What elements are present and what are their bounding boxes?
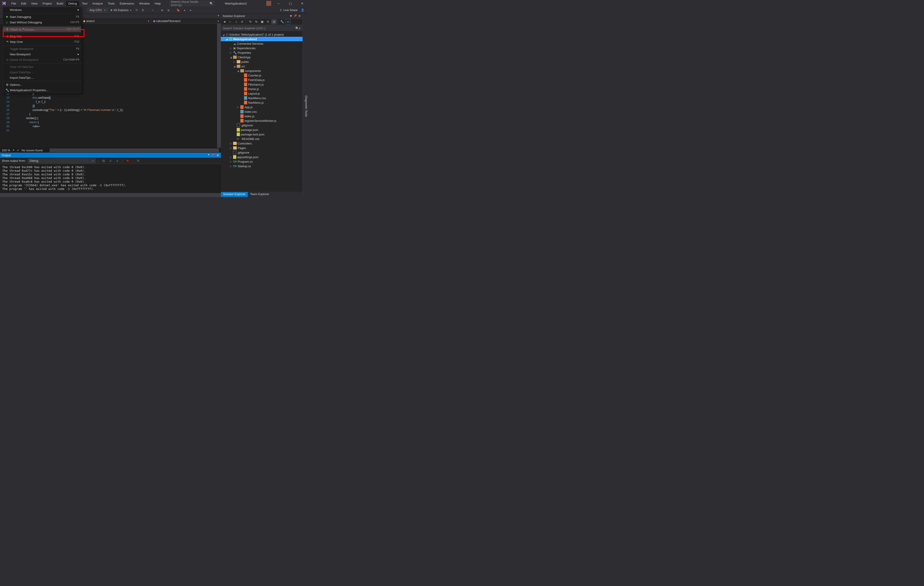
back-icon[interactable]: ◄ bbox=[222, 19, 227, 24]
solution-root[interactable]: ◢⊡ Solution 'WebApplication2' (1 of 1 pr… bbox=[221, 32, 302, 37]
tree-item[interactable]: NavMenu.js bbox=[221, 100, 302, 105]
bookmark-prev-icon[interactable]: ◂ bbox=[182, 8, 187, 13]
close-panel-icon[interactable]: ✕ bbox=[298, 14, 301, 18]
tree-item[interactable]: ▷ App.js bbox=[221, 105, 302, 109]
tree-item[interactable]: Home.js bbox=[221, 87, 302, 91]
output-dropdown-icon[interactable]: ▼ bbox=[208, 153, 210, 157]
debug-menu-item[interactable]: ⚙Options... bbox=[3, 82, 81, 87]
tree-item[interactable]: ▷▣ Dependencies bbox=[221, 46, 302, 50]
minimize-button[interactable]: ─ bbox=[274, 0, 283, 7]
menu-project[interactable]: Project bbox=[40, 1, 54, 6]
bookmark-icon[interactable]: 🔖 bbox=[176, 8, 181, 13]
close-panel-icon[interactable]: ✕ bbox=[216, 153, 219, 157]
clear-all-icon[interactable]: ✖ bbox=[125, 158, 130, 163]
menu-extensions[interactable]: Extensions bbox=[117, 1, 136, 6]
output-scrollbar-h[interactable] bbox=[0, 193, 221, 197]
preview-icon[interactable]: ▭ bbox=[285, 19, 291, 24]
menu-edit[interactable]: Edit bbox=[19, 1, 28, 6]
home-icon[interactable]: ⌂ bbox=[234, 19, 239, 24]
start-debug-button[interactable]: IIS Express▾ bbox=[109, 8, 133, 12]
tree-item[interactable]: .gitignore bbox=[221, 150, 302, 155]
toggle-ww-icon[interactable]: ↲ bbox=[108, 158, 113, 163]
live-share-button[interactable]: ⇪ Live Share 👤 bbox=[280, 8, 304, 12]
debug-menu-item[interactable]: New Breakpoint▶ bbox=[3, 51, 81, 57]
sol-dropdown-icon[interactable]: ▼ bbox=[289, 14, 292, 18]
tree-item[interactable]: ▷C# Program.cs bbox=[221, 159, 302, 164]
tab-dropdown-icon[interactable]: ▼ bbox=[216, 13, 221, 18]
collapse-icon[interactable]: ⇆ bbox=[254, 19, 259, 24]
properties-icon[interactable]: 🔧 bbox=[279, 19, 285, 24]
tree-item[interactable]: index.js bbox=[221, 114, 302, 119]
tree-item[interactable]: ◢ components bbox=[221, 69, 302, 73]
menu-build[interactable]: Build bbox=[54, 1, 66, 6]
menu-tools[interactable]: Tools bbox=[106, 1, 117, 6]
tree-item[interactable]: ▷ Pages bbox=[221, 146, 302, 150]
editor-scrollbar-v[interactable] bbox=[217, 24, 221, 148]
tree-item[interactable]: ▷ public bbox=[221, 59, 302, 64]
refresh-icon[interactable]: ↻ bbox=[134, 8, 139, 13]
debug-menu-item[interactable]: ↷Step OverF10 bbox=[3, 39, 81, 44]
tree-item[interactable]: Counter.js bbox=[221, 73, 302, 77]
editor-scrollbar-h[interactable] bbox=[50, 148, 219, 152]
debug-menu-item[interactable]: ↴Step IntoF11 bbox=[3, 34, 81, 39]
sync-icon[interactable]: ⇄ bbox=[271, 19, 277, 24]
maximize-button[interactable]: ▢ bbox=[286, 0, 295, 7]
toggle-ww2-icon[interactable]: ↲ bbox=[115, 158, 120, 163]
project-node[interactable]: ◢ WebApplication2 bbox=[221, 37, 302, 41]
tree-item[interactable]: registerServiceWorker.js bbox=[221, 119, 302, 123]
pin-icon[interactable]: 📌 bbox=[294, 14, 297, 18]
tree-item[interactable]: ▷C# Startup.cs bbox=[221, 164, 302, 168]
tree-item[interactable]: Layout.js bbox=[221, 91, 302, 96]
fwd-icon[interactable]: ► bbox=[228, 19, 233, 24]
menu-window[interactable]: Window bbox=[137, 1, 152, 6]
clear-output-icon[interactable]: ⊟ bbox=[101, 158, 106, 163]
browser-link-icon[interactable]: ⎘ bbox=[140, 8, 145, 13]
switch-view-icon[interactable]: ⎚ bbox=[239, 19, 245, 24]
step-icon[interactable]: ⤷ bbox=[150, 8, 155, 13]
menu-file[interactable]: File bbox=[9, 1, 18, 6]
tree-item[interactable]: package.json bbox=[221, 127, 302, 132]
tree-item[interactable]: package-lock.json bbox=[221, 132, 302, 137]
diagnostic-tools-tab[interactable]: Diagnostic Tools bbox=[302, 13, 308, 197]
menu-analyze[interactable]: Analyze bbox=[90, 1, 105, 6]
pin-icon[interactable]: 📌 bbox=[211, 153, 215, 157]
zoom-dropdown-icon[interactable]: ▼ bbox=[13, 149, 15, 151]
tree-item[interactable]: NavMenu.css bbox=[221, 96, 302, 100]
tree-item[interactable]: M↓ README.md bbox=[221, 137, 302, 141]
show-all-icon[interactable]: ▣ bbox=[259, 19, 265, 24]
solution-tree[interactable]: ◢⊡ Solution 'WebApplication2' (1 of 1 pr… bbox=[221, 31, 302, 192]
tree-item[interactable]: ▷🔧 Properties bbox=[221, 50, 302, 55]
nav-class-combo[interactable]: ◆ onacci▾ bbox=[81, 19, 151, 23]
outdent-icon[interactable]: ≣ bbox=[160, 8, 165, 13]
tree-item[interactable]: ◢ ClientApp bbox=[221, 55, 302, 59]
tree-item[interactable]: ▷ Controllers bbox=[221, 141, 302, 146]
tab-solution-explorer[interactable]: Solution Explorer bbox=[221, 192, 248, 197]
goto-icon[interactable]: ⎘ bbox=[136, 158, 141, 163]
tree-item[interactable]: FetchData.js bbox=[221, 77, 302, 82]
tree-item[interactable]: index.css bbox=[221, 109, 302, 114]
menu-test[interactable]: Test bbox=[80, 1, 90, 6]
bookmark-next-icon[interactable]: ▸ bbox=[188, 8, 193, 13]
debug-menu-item[interactable]: Windows▶ bbox=[3, 7, 81, 13]
debug-menu-item[interactable]: ⚙Attach to Process...Ctrl+Alt+P bbox=[3, 26, 81, 32]
user-avatar[interactable] bbox=[266, 1, 271, 6]
output-source-combo[interactable]: Debug▾ bbox=[28, 158, 96, 163]
indent-icon[interactable]: ≣ bbox=[166, 8, 171, 13]
menu-view[interactable]: View bbox=[29, 1, 40, 6]
tree-item[interactable]: ▷ appsettings.json bbox=[221, 155, 302, 159]
close-button[interactable]: ✕ bbox=[297, 0, 307, 7]
tree-item[interactable]: ◢ src bbox=[221, 64, 302, 69]
output-text[interactable]: The thread 0xcb00 has exited with code 0… bbox=[0, 164, 221, 193]
tree-item[interactable]: ☁ Connected Services bbox=[221, 41, 302, 46]
menu-help[interactable]: Help bbox=[152, 1, 163, 6]
tree-item[interactable]: .gitignore bbox=[221, 123, 302, 127]
global-search-box[interactable]: Search Visual Studio (Ctrl+Q) 🔍 bbox=[169, 1, 215, 6]
platform-combo[interactable]: Any CPU▼ bbox=[87, 8, 108, 13]
tree-item[interactable]: Fibonacci.js bbox=[221, 82, 302, 87]
copy-icon[interactable]: ⎘ bbox=[265, 19, 271, 24]
menu-debug[interactable]: Debug bbox=[66, 1, 79, 6]
debug-menu-item[interactable]: Import DataTips ... bbox=[3, 75, 81, 80]
solution-search-box[interactable]: Search Solution Explorer (Ctrl+;) 🔍▾ bbox=[221, 25, 302, 31]
refresh-icon[interactable]: ↻ bbox=[248, 19, 253, 24]
debug-menu-item[interactable]: ▷Start Without DebuggingCtrl+F5 bbox=[3, 20, 81, 25]
